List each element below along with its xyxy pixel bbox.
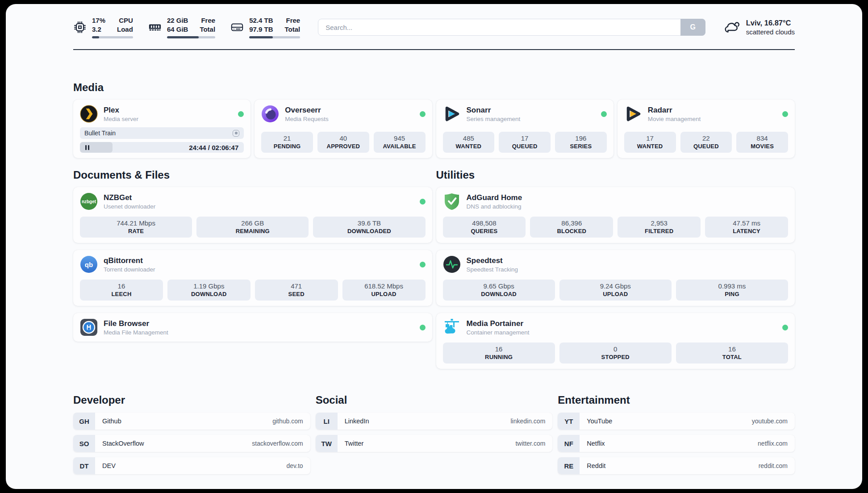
search-input[interactable] xyxy=(318,19,705,36)
card-sonarr[interactable]: Sonarr Series management 485 WANTED 17 Q… xyxy=(436,100,613,158)
app-name: File Browser xyxy=(104,319,168,328)
bookmark-row-youtube[interactable]: YT YouTube youtube.com xyxy=(558,413,795,430)
bookmark-abbr: TW xyxy=(316,435,338,452)
stat-box-running: 16 RUNNING xyxy=(443,343,555,363)
app-subtitle: Movie management xyxy=(648,116,701,122)
social-bookmarks: Social LI LinkedIn linkedin.com TW Twitt… xyxy=(316,394,553,480)
now-playing-bar: Bullet Train xyxy=(80,127,244,139)
media-session-icon xyxy=(233,130,239,137)
bookmark-row-twitter[interactable]: TW Twitter twitter.com xyxy=(316,435,553,452)
stat-box-stopped: 0 STOPPED xyxy=(559,343,672,363)
app-name: AdGuard Home xyxy=(467,193,522,202)
stat-box-queued: 22 QUEUED xyxy=(680,132,732,153)
bookmark-url: github.com xyxy=(272,418,303,425)
topbar: 17% 3.2 CPU Load xyxy=(73,16,795,38)
cpu-load-label: Load xyxy=(117,25,133,34)
card-nzbget[interactable]: nzbget NZBGet Usenet downloader 744.21 M… xyxy=(73,187,432,243)
app-name: Radarr xyxy=(648,106,701,115)
developer-bookmarks: Developer GH Github github.com SO StackO… xyxy=(73,394,310,480)
app-subtitle: Media File Management xyxy=(104,329,168,336)
memory-free-label: Free xyxy=(201,16,215,25)
plex-icon xyxy=(80,105,98,123)
app-subtitle: Media Requests xyxy=(285,116,329,122)
bookmark-row-github[interactable]: GH Github github.com xyxy=(73,413,310,430)
storage-free-value: 52.4 TB xyxy=(249,16,273,25)
app-subtitle: Series management xyxy=(467,116,521,122)
card-radarr[interactable]: Radarr Movie management 17 WANTED 22 QUE… xyxy=(618,100,795,158)
stat-box-download: 1.19 Gbps DOWNLOAD xyxy=(167,280,250,301)
bookmark-row-reddit[interactable]: RE Reddit reddit.com xyxy=(558,457,795,474)
stat-box-rate: 744.21 Mbps RATE xyxy=(80,217,192,238)
app-subtitle: Torrent downloader xyxy=(104,266,155,273)
status-dot-online xyxy=(782,111,788,117)
card-plex[interactable]: Plex Media server Bullet Train 24:44 / 0… xyxy=(73,100,250,158)
media-grid: Plex Media server Bullet Train 24:44 / 0… xyxy=(73,100,795,158)
bookmark-row-dev[interactable]: DT DEV dev.to xyxy=(73,457,310,474)
bookmark-url: netflix.com xyxy=(758,440,788,447)
stat-box-seed: 471 SEED xyxy=(255,280,338,301)
cpu-stat: 17% 3.2 CPU Load xyxy=(73,16,133,38)
sonarr-icon xyxy=(443,105,461,123)
entertainment-bookmarks: Entertainment YT YouTube youtube.com NF … xyxy=(558,394,795,480)
stat-box-download: 9.65 Gbps DOWNLOAD xyxy=(443,280,555,301)
section-title-documents: Documents & Files xyxy=(73,169,432,181)
overseerr-icon xyxy=(261,105,279,123)
stat-box-upload: 618.52 Mbps UPLOAD xyxy=(342,280,426,301)
app-name: Sonarr xyxy=(467,106,521,115)
app-subtitle: Speedtest Tracking xyxy=(467,266,518,273)
stat-box-queries: 498,508 QUERIES xyxy=(443,217,526,238)
app-name: qBittorrent xyxy=(104,256,155,265)
stat-box-total: 16 TOTAL xyxy=(676,343,788,363)
speedtest-icon xyxy=(443,255,461,273)
search-engine-button[interactable]: G xyxy=(680,19,705,36)
card-speedtest[interactable]: Speedtest Speedtest Tracking 9.65 Gbps D… xyxy=(436,250,795,306)
status-dot-online xyxy=(601,111,607,117)
radarr-icon xyxy=(624,105,642,123)
app-subtitle: Container management xyxy=(467,329,530,336)
stat-box-leech: 16 LEECH xyxy=(80,280,163,301)
scattered-clouds-icon xyxy=(723,19,740,36)
adguard-icon xyxy=(443,192,461,210)
card-filebrowser[interactable]: File Browser Media File Management xyxy=(73,313,432,342)
memory-total-value: 64 GiB xyxy=(167,25,188,34)
stat-box-wanted: 17 WANTED xyxy=(624,132,676,153)
bookmark-url: youtube.com xyxy=(752,418,788,425)
bookmark-row-linkedin[interactable]: LI LinkedIn linkedin.com xyxy=(316,413,553,430)
bookmark-abbr: NF xyxy=(558,435,580,452)
app-subtitle: Media server xyxy=(104,116,138,122)
app-name: Overseerr xyxy=(285,106,329,115)
stat-box-movies: 834 MOVIES xyxy=(736,132,788,153)
card-overseerr[interactable]: Overseerr Media Requests 21 PENDING 40 A… xyxy=(255,100,432,158)
app-subtitle: DNS and adblocking xyxy=(467,203,522,210)
dashboard-page: 17% 3.2 CPU Load xyxy=(6,4,862,489)
stat-box-series: 196 SERIES xyxy=(555,132,607,153)
portainer-icon xyxy=(443,318,461,336)
bookmark-row-netflix[interactable]: NF Netflix netflix.com xyxy=(558,435,795,452)
stat-box-downloaded: 39.6 TB DOWNLOADED xyxy=(313,217,425,238)
storage-total-value: 97.9 TB xyxy=(249,25,273,34)
storage-usage-bar xyxy=(249,36,300,38)
memory-icon xyxy=(148,21,162,34)
stat-box-ping: 0.993 ms PING xyxy=(676,280,788,301)
memory-usage-bar xyxy=(167,36,215,38)
cpu-usage-bar xyxy=(92,36,133,38)
storage-stat: 52.4 TB 97.9 TB Free Total xyxy=(230,16,300,38)
bookmark-abbr: RE xyxy=(558,457,580,474)
card-portainer[interactable]: Media Portainer Container management 16 … xyxy=(436,313,795,369)
storage-total-label: Total xyxy=(284,25,300,34)
card-adguard[interactable]: AdGuard Home DNS and adblocking 498,508 … xyxy=(436,187,795,243)
bookmark-name: Reddit xyxy=(587,462,605,469)
stat-box-approved: 40 APPROVED xyxy=(317,132,369,153)
pause-icon[interactable] xyxy=(85,145,89,150)
weather-condition: scattered clouds xyxy=(746,28,795,36)
stat-box-latency: 47.57 ms LATENCY xyxy=(705,217,788,238)
bookmark-abbr: GH xyxy=(73,413,95,430)
status-dot-online xyxy=(420,199,426,205)
stat-box-filtered: 2,953 FILTERED xyxy=(618,217,701,238)
bookmark-row-stackoverflow[interactable]: SO StackOverflow stackoverflow.com xyxy=(73,435,310,452)
card-qbittorrent[interactable]: qb qBittorrent Torrent downloader 16 LEE… xyxy=(73,250,432,306)
header-divider xyxy=(73,49,795,50)
bookmark-url: dev.to xyxy=(287,462,303,469)
app-name: Speedtest xyxy=(467,256,518,265)
stat-box-blocked: 86,396 BLOCKED xyxy=(530,217,613,238)
